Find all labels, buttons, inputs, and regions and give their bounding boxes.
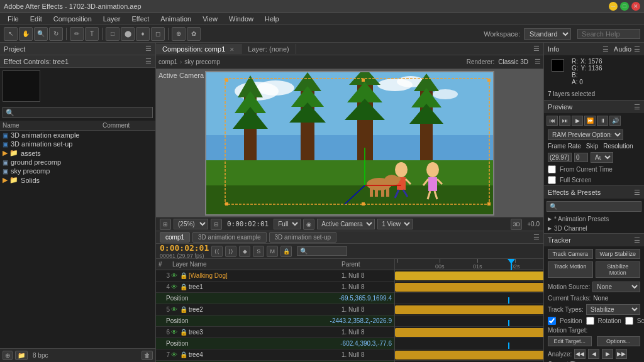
project-item-anim-setup[interactable]: ▣ 3D animation set-up	[0, 140, 155, 148]
tracker-menu-btn[interactable]: ☰	[634, 236, 640, 244]
analyze-prev-btn[interactable]: ◀	[588, 349, 599, 359]
layer-vis-icon[interactable]: 👁	[171, 329, 179, 336]
resolution-select[interactable]: Full	[274, 219, 301, 229]
preview-next-frame[interactable]: ⏩	[584, 116, 596, 126]
layer-vis-icon[interactable]: 👁	[171, 351, 179, 358]
comp-breadcrumb-2[interactable]: sky precomp	[184, 58, 220, 65]
layer-row-5[interactable]: 5 👁 🔒 tree2 1. Null 8	[156, 304, 394, 315]
layer-vis-icon[interactable]: 👁	[171, 283, 179, 290]
tool-text[interactable]: T	[85, 27, 99, 41]
viewer-3d-btn[interactable]: 3D	[511, 219, 522, 230]
tool-hand[interactable]: ✋	[19, 27, 33, 41]
menu-edit[interactable]: Edit	[25, 14, 47, 24]
track-type-select[interactable]: Stabilize	[586, 304, 640, 315]
maximize-button[interactable]: □	[620, 2, 629, 11]
preview-first-frame[interactable]: ⏮	[547, 116, 558, 126]
layer-row-4[interactable]: 4 👁 🔒 tree1 1. Null 8	[156, 282, 394, 293]
from-current-time-checkbox[interactable]	[548, 165, 556, 173]
menu-animation[interactable]: Animation	[155, 14, 196, 24]
playhead[interactable]	[511, 259, 512, 270]
project-item-assets[interactable]: ▶ 📁 assets	[0, 148, 155, 158]
view-select[interactable]: 1 View	[377, 219, 413, 229]
tool-clone[interactable]: ♦	[136, 27, 150, 41]
camera-select[interactable]: Active Camera	[317, 219, 375, 229]
menu-window[interactable]: Window	[224, 14, 258, 24]
rotation-checkbox[interactable]	[586, 317, 594, 325]
timeline-add-marker[interactable]: ◆	[239, 246, 250, 257]
workspace-select[interactable]: Standard	[524, 28, 571, 40]
layer-lock-icon[interactable]: 🔒	[180, 283, 187, 290]
search-help-input[interactable]	[577, 29, 640, 39]
project-item-sky[interactable]: ▣ sky precomp	[0, 167, 155, 175]
project-item-ground[interactable]: ▣ ground precomp	[0, 158, 155, 167]
tool-select[interactable]: ↖	[4, 27, 18, 41]
timeline-mute[interactable]: M	[267, 246, 278, 257]
tool-brush[interactable]: ⬤	[121, 27, 135, 41]
stabilize-motion-btn[interactable]: Stabilize Motion	[596, 261, 641, 278]
menu-composition[interactable]: Composition	[48, 14, 97, 24]
comp-tab-layer[interactable]: Layer: (none)	[242, 44, 296, 54]
viewer-grid-btn[interactable]: ⊟	[211, 219, 222, 230]
new-item-button[interactable]: ⊕	[3, 351, 13, 360]
comp-tab-comp1[interactable]: Composition: comp1 ✕	[156, 44, 242, 54]
comp-breadcrumb-1[interactable]: comp1	[158, 58, 177, 65]
edit-target-btn[interactable]: Edit Target...	[548, 336, 592, 346]
layer-row-6-pos[interactable]: Position -602.4,390.3,-77.6	[156, 338, 394, 349]
layer-lock-icon[interactable]: 🔒	[180, 272, 187, 279]
timeline-tab-anim-setup[interactable]: 3D animation set-up	[269, 232, 337, 243]
timeline-menu-btn[interactable]: ☰	[533, 233, 540, 241]
layer-row-4-pos[interactable]: Position -69.5,365.9,1699.4	[156, 293, 394, 304]
preview-options-select[interactable]: RAM Preview Options	[548, 129, 623, 140]
project-item-anim-example[interactable]: ▣ 3D animation example	[0, 131, 155, 140]
layer-row-3[interactable]: 3 👁 🔒 [Walking Dog] 1. Null 8	[156, 270, 394, 282]
preview-audio[interactable]: 🔊	[609, 116, 621, 126]
layer-lock-icon[interactable]: 🔒	[180, 329, 187, 336]
preview-menu-btn[interactable]: ☰	[634, 103, 640, 111]
menu-layer[interactable]: Layer	[98, 14, 126, 24]
menu-view[interactable]: View	[197, 14, 223, 24]
effects-search-input[interactable]	[547, 201, 641, 212]
minimize-button[interactable]: ─	[609, 2, 618, 11]
tool-rotate[interactable]: ↻	[49, 27, 63, 41]
analyze-fwd-btn[interactable]: ▶▶	[616, 349, 627, 359]
tool-rect[interactable]: □	[106, 27, 119, 41]
tool-zoom[interactable]: 🔍	[34, 27, 48, 41]
full-screen-checkbox[interactable]	[548, 176, 556, 184]
options-btn[interactable]: Options...	[597, 336, 641, 346]
close-button[interactable]: ✕	[631, 2, 640, 11]
menu-effect[interactable]: Effect	[126, 14, 154, 24]
layer-vis-icon[interactable]: 👁	[171, 306, 179, 313]
tool-eraser[interactable]: ◻	[151, 27, 165, 41]
menu-file[interactable]: File	[3, 14, 24, 24]
motion-source-select[interactable]: None	[592, 282, 640, 292]
timeline-lock[interactable]: 🔒	[280, 246, 292, 257]
tool-pen[interactable]: ✏	[70, 27, 84, 41]
viewer-snap-btn[interactable]: ⊞	[160, 219, 171, 230]
viewer-menu-btn[interactable]: ☰	[535, 58, 541, 66]
timeline-search[interactable]	[297, 246, 347, 256]
viewer-color-btn[interactable]: ◉	[303, 219, 314, 230]
effects-item-animation[interactable]: ▶ * Animation Presets	[544, 214, 644, 224]
skip-input[interactable]	[574, 153, 588, 162]
timeline-tab-anim-example[interactable]: 3D animation example	[192, 232, 267, 243]
preview-last-frame[interactable]: ⏸	[597, 116, 608, 126]
timeline-prev-frame[interactable]: ⟨⟨	[211, 246, 223, 257]
tool-puppet[interactable]: ✿	[187, 27, 201, 41]
timeline-tab-comp1[interactable]: comp1	[160, 232, 190, 243]
project-item-solids[interactable]: ▶ 📁 Solids	[0, 175, 155, 185]
project-search-input[interactable]	[3, 107, 153, 118]
layer-lock-icon[interactable]: 🔒	[180, 306, 187, 313]
comp-tab-close[interactable]: ✕	[230, 47, 235, 53]
layer-lock-icon[interactable]: 🔒	[180, 351, 187, 358]
comp-panel-menu[interactable]: ☰	[533, 45, 543, 53]
new-folder-button[interactable]: 📁	[15, 351, 28, 360]
analyze-back-btn[interactable]: ◀◀	[574, 349, 586, 359]
menu-help[interactable]: Help	[260, 14, 284, 24]
preview-play[interactable]: ▶	[572, 116, 583, 126]
track-camera-btn[interactable]: Track Camera	[548, 249, 593, 259]
project-menu-icon[interactable]: ☰	[145, 45, 152, 53]
layer-vis-icon[interactable]: 👁	[171, 272, 179, 279]
layer-row-6[interactable]: 6 👁 🔒 tree3 1. Null 8	[156, 327, 394, 338]
layer-row-7[interactable]: 7 👁 🔒 tree4 1. Null 8	[156, 349, 394, 361]
zoom-select[interactable]: (25%)	[174, 219, 208, 229]
